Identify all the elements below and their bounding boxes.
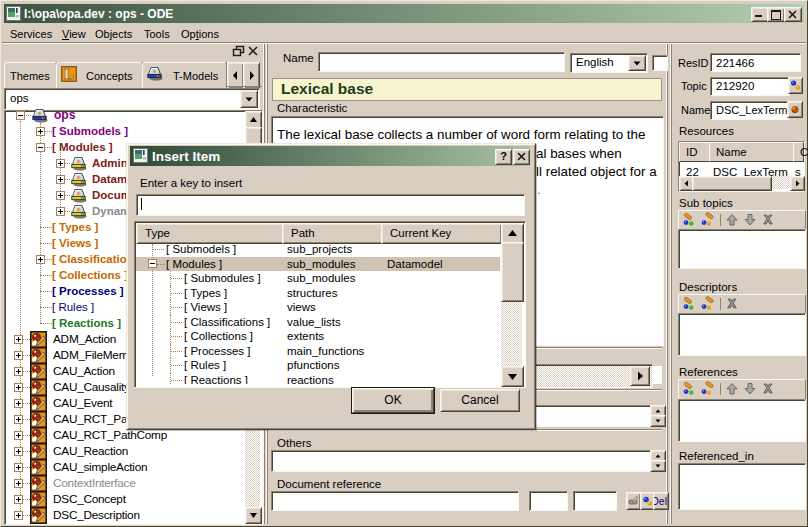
svg-text:L: L bbox=[64, 66, 74, 82]
